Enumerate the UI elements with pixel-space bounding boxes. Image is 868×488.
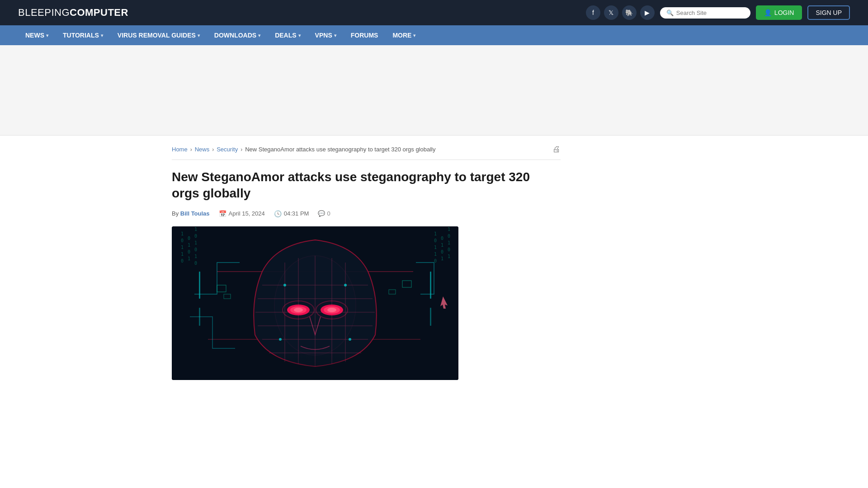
svg-text:1: 1 bbox=[448, 254, 450, 259]
site-logo[interactable]: BLEEPINGCOMPUTER bbox=[18, 7, 128, 19]
svg-text:0: 0 bbox=[181, 258, 184, 263]
by-label: By bbox=[172, 210, 179, 217]
breadcrumb-news[interactable]: News bbox=[195, 146, 210, 153]
svg-point-46 bbox=[294, 308, 303, 312]
print-button[interactable]: 🖨 bbox=[552, 145, 561, 154]
nav-arrow-downloads: ▾ bbox=[258, 33, 260, 38]
svg-text:0: 0 bbox=[434, 258, 437, 263]
nav-label-deals: DEALS bbox=[275, 32, 296, 39]
svg-text:0: 0 bbox=[448, 247, 450, 252]
article-title: New SteganoAmor attacks use steganograph… bbox=[172, 169, 561, 202]
nav-item-news[interactable]: NEWS ▾ bbox=[18, 25, 56, 45]
nav-label-virus: VIRUS REMOVAL GUIDES bbox=[118, 32, 196, 39]
svg-text:1: 1 bbox=[448, 240, 450, 245]
svg-rect-62 bbox=[199, 308, 200, 326]
breadcrumb-security[interactable]: Security bbox=[217, 146, 238, 153]
article-image: 10110 0101 101010 10110 0101 10101 bbox=[172, 226, 458, 380]
svg-point-55 bbox=[349, 338, 351, 341]
nav-item-downloads[interactable]: DOWNLOADS ▾ bbox=[207, 25, 268, 45]
header-right: f 𝕏 🐘 ▶ 🔍 👤 LOGIN SIGN UP bbox=[586, 5, 850, 20]
breadcrumb-sep-3: › bbox=[241, 146, 242, 153]
facebook-icon[interactable]: f bbox=[586, 5, 600, 20]
breadcrumb-current: New SteganoAmor attacks use steganograph… bbox=[245, 146, 435, 153]
breadcrumb-home[interactable]: Home bbox=[172, 146, 188, 153]
nav-label-more: MORE bbox=[392, 32, 411, 39]
svg-text:1: 1 bbox=[194, 254, 197, 259]
content-area: Home › News › Security › New SteganoAmor… bbox=[172, 136, 561, 389]
search-box: 🔍 bbox=[660, 7, 750, 19]
svg-text:1: 1 bbox=[194, 227, 197, 232]
search-icon: 🔍 bbox=[666, 9, 674, 16]
page-wrapper: Home › News › Security › New SteganoAmor… bbox=[163, 136, 705, 389]
svg-text:1: 1 bbox=[181, 252, 184, 257]
sidebar bbox=[561, 136, 696, 389]
nav-arrow-virus: ▾ bbox=[198, 33, 200, 38]
article-by: By Bill Toulas bbox=[172, 210, 210, 217]
svg-text:1: 1 bbox=[441, 243, 443, 248]
svg-text:0: 0 bbox=[181, 238, 184, 243]
svg-text:1: 1 bbox=[434, 231, 437, 236]
site-header: BLEEPINGCOMPUTER f 𝕏 🐘 ▶ 🔍 👤 LOGIN SIGN … bbox=[0, 0, 868, 25]
nav-item-virus[interactable]: VIRUS REMOVAL GUIDES ▾ bbox=[110, 25, 207, 45]
article-date: 📅 April 15, 2024 bbox=[219, 210, 265, 217]
nav-arrow-deals: ▾ bbox=[298, 33, 301, 38]
nav-arrow-tutorials: ▾ bbox=[101, 33, 103, 38]
nav-label-vpns: VPNS bbox=[315, 32, 332, 39]
nav-item-vpns[interactable]: VPNS ▾ bbox=[308, 25, 344, 45]
signup-label: SIGN UP bbox=[816, 9, 842, 16]
login-button[interactable]: 👤 LOGIN bbox=[756, 5, 802, 20]
svg-text:1: 1 bbox=[448, 227, 450, 232]
social-icons-group: f 𝕏 🐘 ▶ bbox=[586, 5, 655, 20]
svg-text:0: 0 bbox=[434, 238, 437, 243]
author-link[interactable]: Bill Toulas bbox=[180, 210, 210, 217]
signup-button[interactable]: SIGN UP bbox=[807, 5, 850, 20]
breadcrumb-sep-2: › bbox=[212, 146, 214, 153]
svg-text:0: 0 bbox=[194, 261, 197, 266]
breadcrumb: Home › News › Security › New SteganoAmor… bbox=[172, 145, 561, 160]
cyber-face-image: 10110 0101 101010 10110 0101 10101 bbox=[172, 226, 458, 380]
youtube-icon[interactable]: ▶ bbox=[640, 5, 655, 20]
svg-point-53 bbox=[344, 284, 347, 286]
ad-banner bbox=[0, 45, 868, 136]
main-nav: NEWS ▾ TUTORIALS ▾ VIRUS REMOVAL GUIDES … bbox=[0, 25, 868, 45]
svg-point-49 bbox=[327, 308, 336, 312]
comment-icon: 💬 bbox=[318, 210, 325, 217]
svg-text:1: 1 bbox=[441, 256, 443, 261]
svg-text:0: 0 bbox=[441, 249, 443, 254]
login-label: LOGIN bbox=[774, 9, 794, 16]
svg-text:0: 0 bbox=[194, 234, 197, 239]
svg-text:0: 0 bbox=[194, 247, 197, 252]
svg-text:1: 1 bbox=[188, 243, 190, 248]
twitter-icon[interactable]: 𝕏 bbox=[604, 5, 618, 20]
clock-icon: 🕓 bbox=[274, 210, 282, 217]
nav-item-more[interactable]: MORE ▾ bbox=[385, 25, 423, 45]
svg-rect-60 bbox=[199, 272, 200, 299]
svg-point-52 bbox=[283, 284, 286, 286]
login-user-icon: 👤 bbox=[764, 9, 772, 16]
article-time: 🕓 04:31 PM bbox=[274, 210, 309, 217]
logo-text-bold: COMPUTER bbox=[70, 7, 128, 18]
date-value: April 15, 2024 bbox=[229, 210, 265, 217]
nav-arrow-more: ▾ bbox=[413, 33, 415, 38]
nav-label-forums: FORUMS bbox=[351, 32, 378, 39]
svg-point-54 bbox=[279, 338, 282, 341]
breadcrumb-left: Home › News › Security › New SteganoAmor… bbox=[172, 146, 435, 153]
svg-text:1: 1 bbox=[434, 252, 437, 257]
nav-item-deals[interactable]: DEALS ▾ bbox=[268, 25, 307, 45]
mastodon-icon[interactable]: 🐘 bbox=[622, 5, 637, 20]
nav-item-forums[interactable]: FORUMS bbox=[344, 25, 386, 45]
calendar-icon: 📅 bbox=[219, 210, 226, 217]
comment-count-value: 0 bbox=[327, 210, 330, 217]
nav-arrow-vpns: ▾ bbox=[334, 33, 336, 38]
svg-text:1: 1 bbox=[188, 256, 190, 261]
comment-count[interactable]: 💬 0 bbox=[318, 210, 330, 217]
svg-text:0: 0 bbox=[188, 249, 190, 254]
nav-arrow-news: ▾ bbox=[46, 33, 48, 38]
svg-rect-63 bbox=[430, 308, 431, 326]
time-value: 04:31 PM bbox=[284, 210, 309, 217]
svg-text:1: 1 bbox=[181, 231, 184, 236]
nav-item-tutorials[interactable]: TUTORIALS ▾ bbox=[56, 25, 110, 45]
breadcrumb-sep-1: › bbox=[190, 146, 192, 153]
search-input[interactable] bbox=[676, 9, 744, 16]
svg-text:1: 1 bbox=[181, 245, 184, 250]
